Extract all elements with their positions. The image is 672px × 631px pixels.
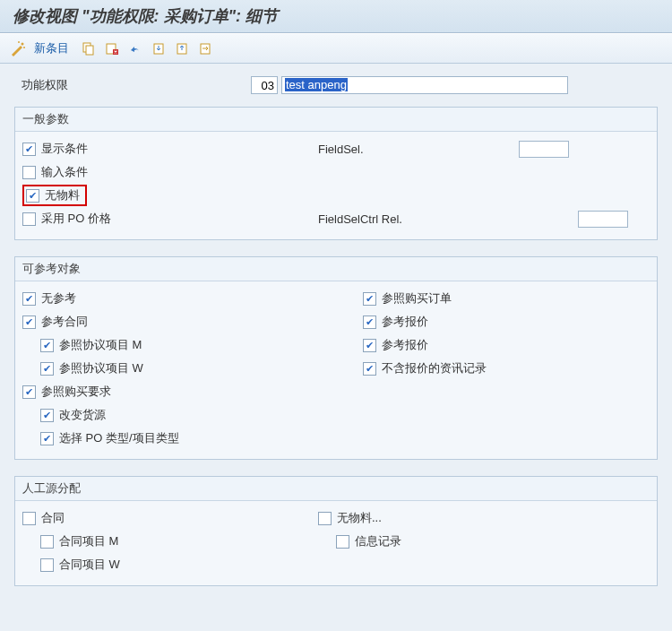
toolbar: 新条目 (0, 33, 672, 64)
fieldselctrl-input[interactable] (578, 211, 628, 228)
contract-w-label: 合同项目 W (59, 557, 120, 573)
svg-point-0 (22, 43, 24, 46)
ref-preq-checkbox[interactable] (22, 385, 36, 399)
contract-m-checkbox[interactable] (40, 535, 54, 549)
info-record-label: 信息记录 (355, 533, 401, 549)
svg-rect-4 (86, 46, 93, 55)
transport-icon[interactable] (196, 39, 214, 57)
change-source-label: 改变货源 (59, 407, 106, 423)
no-quote-info-label: 不含报价的资讯记录 (382, 360, 487, 376)
adopt-po-price-label: 采用 PO 价格 (41, 211, 111, 227)
panel-manual-title: 人工源分配 (15, 477, 657, 501)
ref-agree-m-label: 参照协议项目 M (59, 337, 142, 353)
func-auth-label: 功能权限 (22, 77, 251, 93)
svg-point-2 (23, 47, 25, 48)
ref-quote1-checkbox[interactable] (363, 316, 376, 329)
select-po-type-checkbox[interactable] (40, 432, 54, 445)
wand-icon[interactable] (9, 39, 27, 57)
display-cond-checkbox[interactable] (22, 143, 36, 156)
input-cond-checkbox[interactable] (22, 166, 36, 179)
ref-quote1-label: 参考报价 (382, 314, 428, 330)
contract-checkbox[interactable] (22, 512, 36, 525)
ref-preq-label: 参照购买要求 (41, 384, 111, 400)
select-po-type-label: 选择 PO 类型/项目类型 (59, 430, 179, 446)
ref-po-checkbox[interactable] (363, 292, 376, 306)
delete-icon[interactable] (103, 39, 121, 57)
ref-agree-w-label: 参照协议项目 W (59, 360, 143, 376)
display-cond-label: 显示条件 (41, 141, 88, 157)
import-icon[interactable] (173, 39, 191, 57)
no-material-checkbox[interactable] (26, 189, 39, 203)
contract-m-label: 合同项目 M (59, 533, 118, 549)
info-record-checkbox[interactable] (336, 535, 349, 549)
ref-po-label: 参照购买订单 (382, 290, 452, 307)
no-ref-label: 无参考 (41, 290, 76, 307)
no-ref-checkbox[interactable] (22, 292, 36, 306)
ref-agree-w-checkbox[interactable] (40, 362, 54, 376)
panel-manual: 人工源分配 合同 无物料... 合同项目 M (14, 476, 658, 586)
no-material2-label: 无物料... (337, 510, 382, 526)
no-quote-info-checkbox[interactable] (363, 362, 376, 376)
ref-agree-m-checkbox[interactable] (40, 339, 54, 352)
no-material-label: 无物料 (45, 187, 80, 203)
svg-point-1 (18, 41, 20, 43)
ref-contract-label: 参考合同 (41, 314, 88, 330)
undo-icon[interactable] (126, 39, 144, 57)
ref-contract-checkbox[interactable] (22, 316, 36, 329)
fieldsel-input[interactable] (519, 141, 569, 158)
ref-quote2-checkbox[interactable] (363, 339, 376, 352)
contract-w-checkbox[interactable] (40, 558, 54, 572)
window-title: 修改视图 "功能权限: 采购订单": 细节 (0, 0, 672, 33)
panel-general-title: 一般参数 (15, 108, 657, 132)
new-entry-link[interactable]: 新条目 (34, 40, 69, 56)
fieldsel-label: FieldSel. (318, 143, 364, 156)
no-material2-checkbox[interactable] (318, 512, 332, 525)
change-source-checkbox[interactable] (40, 409, 54, 422)
adopt-po-price-checkbox[interactable] (22, 212, 36, 226)
fieldselctrl-label: FieldSelCtrl Rel. (318, 212, 402, 226)
panel-reference: 可参考对象 无参考 参考合同 参照协议项目 M 参照协议项目 W 参照购买要求 … (14, 256, 658, 460)
ref-quote2-label: 参考报价 (382, 337, 428, 353)
export-icon[interactable] (150, 39, 168, 57)
description-input[interactable]: test anpeng (281, 76, 568, 94)
panel-reference-title: 可参考对象 (15, 257, 657, 281)
panel-general: 一般参数 显示条件 FieldSel. 输入条 (14, 107, 658, 240)
no-material-highlight: 无物料 (22, 185, 87, 206)
contract-label: 合同 (41, 510, 65, 526)
copy-icon[interactable] (80, 39, 98, 57)
code-input[interactable] (251, 76, 278, 94)
input-cond-label: 输入条件 (41, 164, 88, 180)
